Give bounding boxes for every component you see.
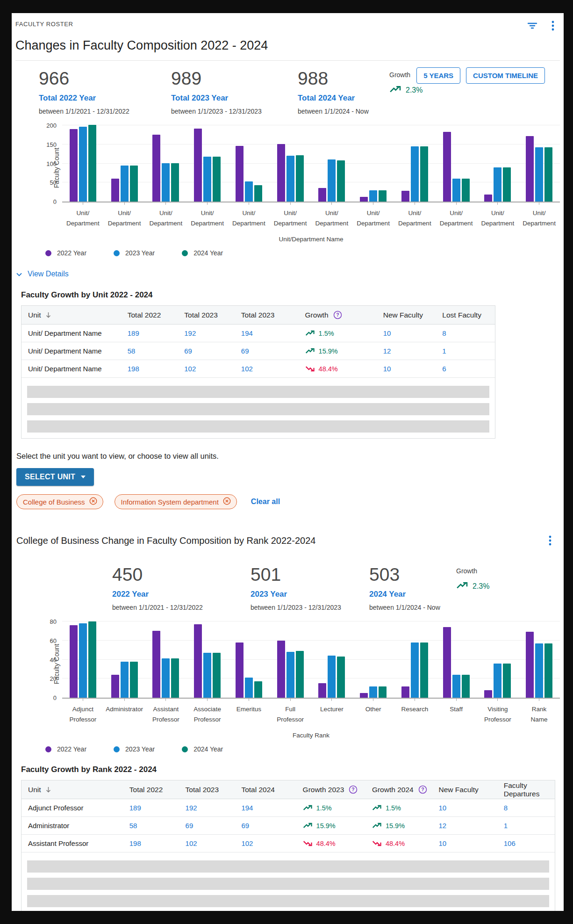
table-row[interactable]: Assistant Professor19810210248.4%48.4%10… [21,835,555,852]
custom-timeline-button[interactable]: CUSTOM TIMELINE [466,67,545,84]
page-eyebrow: FACULTY ROSTER [15,21,73,28]
bar [484,195,492,202]
bar [203,653,211,698]
help-icon[interactable]: ? [418,785,427,794]
stat-range: between 1/1/2024 - Now [369,604,456,611]
five-years-button[interactable]: 5 YEARS [416,67,460,84]
value-cell: 58 [123,822,179,830]
sort-descending-icon[interactable] [46,787,51,793]
value-cell: 106 [497,839,555,847]
category-label: Research [394,699,436,724]
section2-title: College of Business Change in Faculty Co… [16,535,315,546]
table-row[interactable]: Adjunct Professor1891921941.5%1.5%108 [21,799,555,817]
table-row[interactable]: Administrator58696915.9%15.9%121 [21,817,555,835]
column-header[interactable]: Total 2023 [179,786,235,794]
value-cell: 198 [121,365,178,373]
stat-label[interactable]: Total 2022 Year [39,94,171,103]
category-label: RankName [518,699,560,724]
value-cell: 69 [235,347,299,355]
bar-group [228,622,270,698]
sort-descending-icon[interactable] [46,312,51,318]
unit-cell: Unit/ Department Name [21,347,121,355]
column-header[interactable]: Total 2022 [123,786,179,794]
value-cell: 102 [235,365,299,373]
svg-text:?: ? [352,787,355,793]
bar-groups [62,622,560,698]
table2-title: Faculty Growth by Rank 2022 - 2024 [21,765,560,774]
category-label: FullProfessor [270,699,311,724]
bar [236,642,244,698]
column-header[interactable]: Total 2024 [235,786,296,794]
legend-color-dot [182,746,188,752]
stat-label[interactable]: 2022 Year [112,590,251,599]
stat-label[interactable]: 2024 Year [369,590,456,599]
stat-label[interactable]: Total 2024 Year [298,94,389,103]
bar-group [311,126,353,202]
category-label: Other [352,699,394,724]
column-header[interactable]: Total 2023 [178,311,235,319]
remove-chip-icon[interactable] [89,497,97,506]
faculty-by-rank-chart: 020406080Faculty CountAdjunctProfessorAd… [62,622,560,739]
value-cell: 10 [432,839,497,847]
trending-down-icon [305,365,315,372]
help-icon[interactable]: ? [349,785,358,794]
help-icon[interactable]: ? [333,310,342,319]
bar [328,159,336,202]
bar [452,179,460,202]
stat-label[interactable]: Total 2023 Year [171,94,298,103]
stat-range: between 1/1/2023 - 12/31/2023 [171,108,298,115]
growth-value: 1.5% [316,804,332,812]
table-row[interactable]: Unit/ Department Name58696915.9%121 [21,342,495,360]
legend-label: 2024 Year [193,249,223,257]
growth-value: 1.5% [386,804,401,812]
bar-group [228,126,270,202]
select-unit-button[interactable]: SELECT UNIT [16,468,94,486]
column-header[interactable]: Total 2022 [121,311,178,319]
kebab-menu-icon[interactable] [552,21,554,33]
filter-icon[interactable] [527,21,537,33]
category-label: Unit/Department [62,202,104,228]
bar-group [186,622,228,698]
category-label: Unit/Department [518,202,560,228]
value-cell: 69 [178,347,235,355]
stat-value: 989 [171,68,298,89]
stat-label[interactable]: 2023 Year [251,590,369,599]
column-header[interactable]: Unit [21,311,121,319]
table-row[interactable]: Unit/ Department Name19810210248.4%106 [21,360,495,378]
app-panel: FACULTY ROSTER Changes in Faculty Compos… [12,13,564,911]
chip-information-system-department[interactable]: Information System department [115,494,237,509]
column-header[interactable]: Lost Faculty [436,311,495,319]
remove-chip-icon[interactable] [223,497,231,506]
category-label: Staff [436,699,477,724]
column-header[interactable]: Growth 2024? [365,785,432,794]
value-cell: 194 [235,329,299,337]
bar [79,127,87,202]
column-header[interactable]: Growth? [299,310,377,319]
growth-value: 2.3% [406,86,423,94]
column-header[interactable]: New Faculty [432,786,497,794]
category-label: Unit/Department [228,202,270,228]
bar [121,662,129,698]
chip-college-of-business[interactable]: College of Business [16,494,103,509]
column-header[interactable]: Unit [21,786,123,794]
bar [194,129,202,202]
column-header[interactable]: New Faculty [377,311,436,319]
bar [379,190,387,202]
table-row[interactable]: Unit/ Department Name1891921941.5%108 [21,325,495,342]
x-axis-category-labels: Unit/DepartmentUnit/DepartmentUnit/Depar… [62,202,560,228]
legend-color-dot [45,746,51,752]
category-label: Emeritus [228,699,270,724]
bar-group [518,126,560,202]
clear-all-link[interactable]: Clear all [251,498,280,506]
skeleton-row [27,860,549,873]
growth-cell: 1.5% [299,330,377,337]
faculty-by-unit-chart: 050100150200Faculty CountUnit/Department… [62,126,560,243]
view-details-toggle[interactable]: View Details [16,270,69,278]
column-header[interactable]: Growth 2023? [296,785,365,794]
value-cell: 8 [436,329,495,337]
column-header[interactable]: Total 2023 [235,311,299,319]
bar [411,642,419,698]
column-header-label: New Faculty [383,311,423,319]
column-header[interactable]: Faculty Departures [497,781,555,798]
kebab-menu-icon[interactable] [549,535,560,548]
